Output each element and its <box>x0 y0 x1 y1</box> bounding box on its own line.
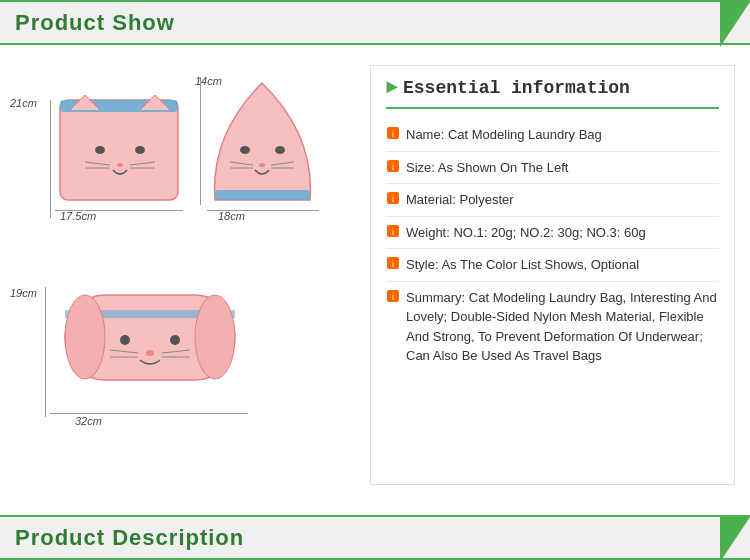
info-title: ► Essential information <box>386 76 719 109</box>
bag1-container <box>55 90 185 214</box>
info-rows: iName: Cat Modeling Laundry BagiSize: As… <box>386 119 719 372</box>
bag2-height-line <box>200 77 201 205</box>
svg-point-29 <box>146 350 154 356</box>
info-row-icon: i <box>386 159 400 176</box>
info-row-icon: i <box>386 289 400 306</box>
info-title-text: Essential information <box>403 78 630 98</box>
svg-point-5 <box>117 163 123 167</box>
bag3-height-line <box>45 287 46 417</box>
bag3-width-label: 32cm <box>75 415 102 427</box>
svg-point-15 <box>259 163 265 167</box>
bag3-image <box>50 275 250 405</box>
product-images-area: 21cm 17.5cm <box>0 55 370 495</box>
bag1-height-label: 21cm <box>10 97 37 109</box>
svg-rect-1 <box>60 100 178 200</box>
info-row: iWeight: NO.1: 20g; NO.2: 30g; NO.3: 60g <box>386 217 719 250</box>
bag2-container <box>205 75 320 209</box>
svg-text:i: i <box>392 292 394 302</box>
info-row-icon: i <box>386 224 400 241</box>
bag2-image <box>205 75 320 205</box>
title-arrow: ► <box>386 76 398 99</box>
svg-point-27 <box>120 335 130 345</box>
bag1-width-label: 17.5cm <box>60 210 96 222</box>
svg-text:i: i <box>392 194 394 204</box>
info-row: iMaterial: Polyester <box>386 184 719 217</box>
info-row-icon: i <box>386 256 400 273</box>
info-row-icon: i <box>386 191 400 208</box>
svg-text:i: i <box>392 129 394 139</box>
info-row-text: Style: As The Color List Shows, Optional <box>406 255 639 275</box>
main-content: 21cm 17.5cm <box>0 45 750 505</box>
svg-point-14 <box>275 146 285 154</box>
product-description-header: Product Description <box>0 515 750 560</box>
info-row-text: Weight: NO.1: 20g; NO.2: 30g; NO.3: 60g <box>406 223 646 243</box>
svg-text:i: i <box>392 259 394 269</box>
svg-point-26 <box>195 295 235 379</box>
bag3-container <box>50 275 250 409</box>
product-description-title: Product Description <box>15 525 244 551</box>
svg-text:i: i <box>392 227 394 237</box>
info-row-text: Size: As Shown On The Left <box>406 158 568 178</box>
info-row-icon: i <box>386 126 400 143</box>
product-show-title: Product Show <box>15 10 175 36</box>
info-row: iSize: As Shown On The Left <box>386 152 719 185</box>
svg-text:i: i <box>392 162 394 172</box>
info-row-text: Material: Polyester <box>406 190 514 210</box>
essential-info-panel: ► Essential information iName: Cat Model… <box>370 65 735 485</box>
svg-point-13 <box>240 146 250 154</box>
svg-point-4 <box>135 146 145 154</box>
bag2-width-label: 18cm <box>218 210 245 222</box>
info-row-text: Summary: Cat Modeling Laundry Bag, Inter… <box>406 288 719 366</box>
info-row-text: Name: Cat Modeling Laundry Bag <box>406 125 602 145</box>
info-row: iStyle: As The Color List Shows, Optiona… <box>386 249 719 282</box>
bag3-width-line <box>50 413 248 414</box>
info-row: iSummary: Cat Modeling Laundry Bag, Inte… <box>386 282 719 372</box>
svg-point-28 <box>170 335 180 345</box>
bag1-image <box>55 90 185 210</box>
bag1-height-line <box>50 100 51 218</box>
svg-rect-12 <box>215 190 310 200</box>
bag2-width-line <box>207 210 319 211</box>
product-show-header: Product Show <box>0 0 750 45</box>
svg-point-3 <box>95 146 105 154</box>
bag3-height-label: 19cm <box>10 287 37 299</box>
bag1-width-line <box>55 210 183 211</box>
svg-point-25 <box>65 295 105 379</box>
info-row: iName: Cat Modeling Laundry Bag <box>386 119 719 152</box>
